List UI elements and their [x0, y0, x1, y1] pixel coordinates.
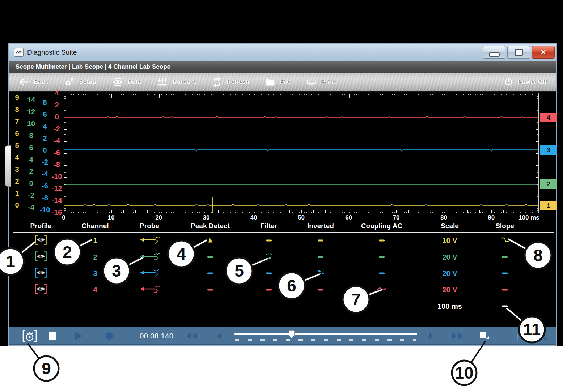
coupling-ac-cell-ch3[interactable] — [379, 273, 385, 274]
scale-value-ch1[interactable]: 10 V — [442, 237, 457, 245]
channel-4-trace — [64, 116, 538, 118]
toolbar-print-button[interactable]: Print — [306, 77, 335, 87]
side-tab-handle[interactable] — [5, 145, 11, 187]
channel-1-trace — [64, 204, 538, 205]
channel-badge-4[interactable]: 4 — [540, 113, 557, 122]
profile-eye-icon — [34, 284, 48, 296]
channel-badge-2[interactable]: 2 — [540, 179, 557, 189]
step-forward-icon[interactable] — [429, 332, 434, 341]
profile-eye-button-ch2[interactable] — [34, 251, 48, 264]
probe-setting-ch2[interactable] — [139, 252, 160, 262]
y-scale-value-ch3: 6 — [43, 110, 47, 119]
profile-eye-button-ch1[interactable] — [34, 234, 48, 247]
peak-detect-cell-ch1[interactable] — [206, 237, 215, 244]
sweep-slope-cell[interactable] — [502, 306, 508, 307]
back-icon — [19, 78, 29, 86]
slope-icon — [500, 237, 509, 244]
filter-cell-ch1[interactable] — [266, 240, 272, 242]
toolbar-item-label: Refresh — [227, 78, 249, 86]
slope-cell-ch4[interactable] — [502, 289, 508, 291]
snapshot-icon[interactable] — [22, 329, 37, 344]
breadcrumb: Scope Multimeter | Lab Scope | 4 Channel… — [9, 61, 556, 73]
filter-icon — [264, 253, 274, 261]
slope-cell-ch3[interactable] — [502, 273, 508, 274]
close-button[interactable]: ✕ — [532, 46, 555, 59]
play-icon[interactable] — [75, 332, 82, 340]
profile-eye-button-ch3[interactable] — [34, 267, 48, 280]
y-scale-value-ch2: 14 — [27, 96, 35, 104]
scale-value-ch4[interactable]: 20 V — [442, 286, 457, 294]
y-scale-value-ch4: -4 — [54, 137, 60, 145]
filter-cell-ch4[interactable] — [266, 289, 272, 291]
playback-slider-thumb[interactable] — [289, 330, 295, 336]
scale-value-ch2[interactable]: 20 V — [442, 253, 457, 261]
toolbar-back-button[interactable]: Back — [19, 78, 48, 86]
playback-slider-track[interactable] — [234, 333, 417, 335]
cursors-icon — [157, 77, 168, 87]
sweep-scale-value[interactable]: 100 ms — [437, 302, 462, 311]
y-scale-value-ch4: -12 — [52, 184, 62, 193]
rewind-icon[interactable] — [185, 332, 198, 341]
coupling-ac-cell-ch2[interactable] — [379, 256, 385, 258]
inverted-cell-ch4[interactable] — [318, 289, 323, 291]
toolbar-file-button[interactable]: File — [265, 78, 290, 86]
record-icon[interactable] — [106, 332, 113, 340]
toolbar-item-label: Print — [321, 78, 335, 86]
x-axis-label: 50 — [298, 214, 305, 221]
stop-icon[interactable] — [49, 332, 56, 340]
peak-detect-cell-ch2[interactable] — [207, 256, 213, 258]
column-header-slope: Slope — [495, 222, 514, 230]
probe-setting-ch3[interactable] — [139, 269, 160, 278]
peak-detect-cell-ch3[interactable] — [207, 273, 213, 274]
not-set-dash — [318, 289, 323, 291]
slope-cell-ch2[interactable] — [502, 256, 508, 258]
fast-forward-icon[interactable] — [452, 332, 464, 341]
playback-toolbar: 00:08:140 ❙❙ x1 — [9, 327, 556, 345]
coupling-ac-cell-ch4[interactable] — [377, 286, 387, 293]
x-axis-label: 70 — [393, 214, 400, 221]
column-header-probe: Probe — [140, 222, 159, 230]
not-set-dash — [207, 256, 213, 258]
inverted-cell-ch1[interactable] — [318, 240, 323, 242]
toolbar-power-off-button[interactable]: Power Off — [504, 77, 547, 87]
toolbar-item-label: Data — [128, 78, 141, 86]
toolbar-data-button[interactable]: Data — [112, 78, 141, 86]
channel-number: 4 — [93, 286, 97, 294]
x-axis-label: 30 — [203, 214, 209, 221]
inverted-cell-ch3[interactable] — [316, 269, 325, 278]
toolbar-refresh-button[interactable]: Refresh — [212, 77, 249, 87]
toolbar-setup-button[interactable]: Setup — [64, 77, 96, 87]
y-scale-value-ch3: -4 — [42, 170, 48, 178]
filter-cell-ch3[interactable] — [266, 273, 272, 274]
y-scale-value-ch2: 8 — [29, 132, 33, 140]
y-scale-value-ch2: 0 — [29, 179, 33, 188]
column-header-channel: Channel — [82, 222, 109, 230]
coupling-ac-cell-ch1[interactable] — [379, 240, 385, 242]
y-scale-value-ch3: 0 — [43, 146, 47, 154]
filter-cell-ch2[interactable] — [264, 253, 274, 261]
profile-eye-button-ch4[interactable] — [34, 284, 48, 296]
toolbar-cursors-button[interactable]: Cursors — [157, 77, 196, 87]
not-set-dash — [266, 240, 272, 242]
probe-setting-ch1[interactable] — [139, 236, 160, 245]
plot-ruler-right — [535, 93, 538, 213]
profile-eye-icon — [34, 267, 48, 280]
peak-detect-cell-ch4[interactable] — [207, 289, 213, 291]
refresh-icon — [212, 77, 222, 87]
scale-value-ch3[interactable]: 20 V — [442, 269, 457, 278]
channel-badge-1[interactable]: 1 — [540, 201, 557, 210]
channel-badge-3[interactable]: 3 — [540, 145, 557, 155]
column-header-inverted: Inverted — [307, 222, 334, 230]
zoom-expand-icon[interactable] — [480, 332, 489, 341]
y-scale-value-ch4: -2 — [54, 125, 60, 133]
channel-number: 1 — [93, 237, 97, 245]
maximize-button[interactable] — [507, 46, 530, 59]
slope-cell-ch1[interactable] — [500, 237, 509, 244]
playback-time: 00:08:140 — [136, 332, 177, 340]
playback-slider-ticks — [235, 339, 416, 341]
inverted-cell-ch2[interactable] — [318, 256, 323, 258]
step-back-icon[interactable] — [216, 332, 222, 341]
probe-setting-ch4[interactable] — [139, 285, 160, 294]
minimize-button[interactable] — [483, 46, 505, 59]
plot-ruler-bottom — [64, 209, 539, 213]
